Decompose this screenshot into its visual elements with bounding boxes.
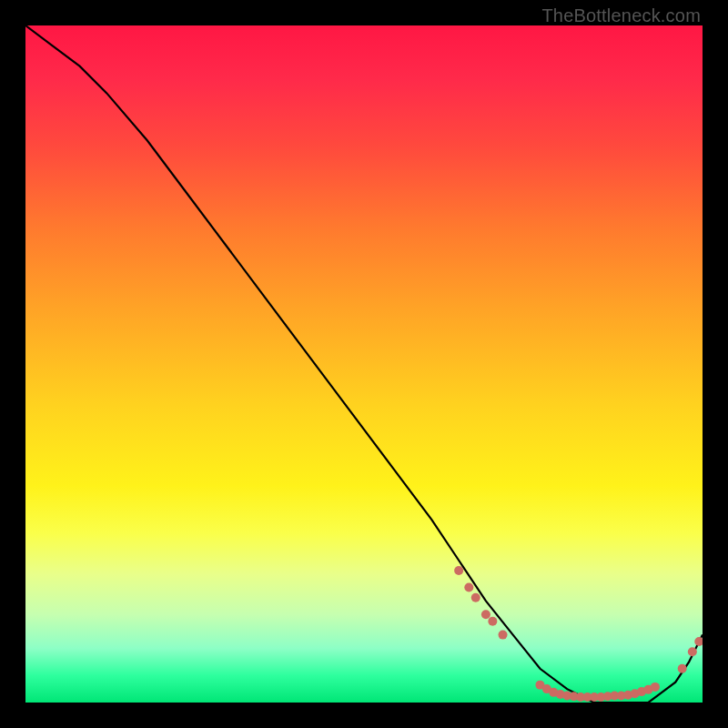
chart-frame: TheBottleneck.com [0, 0, 728, 728]
chart-overlay [25, 25, 703, 703]
main-curve [25, 25, 703, 703]
curve-line [25, 25, 703, 703]
data-point [481, 610, 490, 619]
data-point-marks [454, 566, 703, 702]
data-point [694, 637, 703, 646]
data-point [464, 583, 473, 592]
data-point [678, 664, 687, 673]
data-point [471, 593, 480, 602]
attribution-text: TheBottleneck.com [541, 5, 701, 26]
data-point [651, 682, 660, 692]
data-point [688, 647, 697, 656]
data-point [488, 617, 497, 626]
data-point [499, 631, 508, 640]
data-point [454, 566, 463, 575]
